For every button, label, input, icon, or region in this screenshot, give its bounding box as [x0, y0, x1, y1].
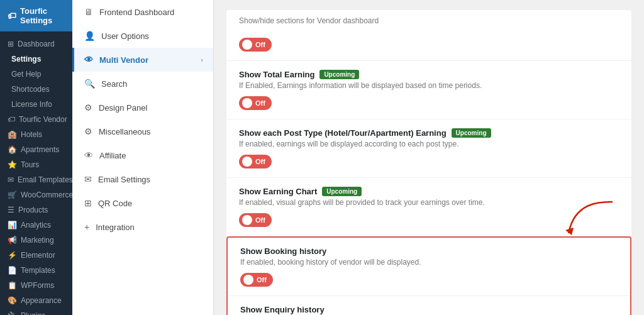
- content-card: Show/hide sections for Vendor dashboard …: [226, 10, 631, 315]
- middle-item-label: Design Panel: [99, 103, 147, 113]
- sidebar-nav: ⊞DashboardSettingsGet HelpShortcodesLice…: [0, 31, 72, 315]
- top-description: Show/hide sections for Vendor dashboard: [226, 10, 631, 29]
- sidebar-item-shortcodes[interactable]: Shortcodes: [0, 82, 72, 97]
- setting-row-enquiry_history: Show Enquiry history If enabled, enquiry…: [228, 296, 630, 315]
- sidebar-item-label: Tourfic Vendor: [19, 115, 67, 124]
- sidebar-item-apartments[interactable]: 🏠Apartments: [0, 142, 72, 157]
- middle-item-miscellaneous[interactable]: ⚙ Miscellaneous: [72, 119, 213, 143]
- middle-item-multi-vendor[interactable]: 👁 Multi Vendor ›: [72, 48, 213, 72]
- middle-item-email-settings[interactable]: ✉ Email Settings: [72, 167, 213, 191]
- sidebar-item-email-templates[interactable]: ✉Email Templates: [0, 172, 72, 187]
- toggle-label-booking_history: Off: [257, 276, 267, 284]
- sidebar-icon: 🏠: [8, 145, 17, 154]
- sidebar-item-license-info[interactable]: License Info: [0, 97, 72, 112]
- middle-item-label: QR Code: [98, 199, 132, 208]
- toggle-vendor: Off: [239, 38, 619, 52]
- sidebar-header[interactable]: 🏷 Tourfic Settings: [0, 0, 72, 31]
- sidebar-icon: 📊: [8, 221, 17, 229]
- middle-item-search[interactable]: 🔍 Search: [72, 72, 213, 96]
- setting-title-total_earning: Show Total Earning Upcoming: [239, 70, 619, 79]
- sidebar-title: Tourfic Settings: [20, 6, 65, 25]
- setting-desc-total_earning: If Enabled, Earnings information will be…: [239, 81, 619, 90]
- setting-row-post_type_earning: Show each Post Type (Hotel/Tour/Apartmen…: [226, 119, 631, 178]
- middle-item-user-options[interactable]: 👤 User Options: [72, 24, 213, 48]
- sidebar-item-label: Elementor: [21, 251, 55, 260]
- middle-item-left: ✉ Email Settings: [84, 174, 150, 184]
- sidebar-item-hotels[interactable]: 🏨Hotels: [0, 127, 72, 142]
- sidebar-item-label: Apartments: [21, 145, 59, 154]
- sidebar-item-label: Dashboard: [18, 40, 55, 48]
- sidebar-icon: 🎨: [8, 296, 17, 305]
- toggle-booking_history[interactable]: Off: [240, 273, 273, 287]
- setting-desc-booking_history: If enabled, booking history of vendor wi…: [240, 258, 618, 267]
- sidebar-item-appearance[interactable]: 🎨Appearance: [0, 293, 72, 308]
- badge-upcoming-earning_chart: Upcoming: [322, 187, 362, 196]
- toggle-earning_chart[interactable]: Off: [239, 213, 272, 227]
- sidebar-item-label: WPForms: [21, 281, 54, 290]
- middle-item-qr-code[interactable]: ⊞ QR Code: [72, 191, 213, 215]
- toggle-button-vendor[interactable]: Off: [239, 38, 272, 52]
- highlighted-section: Show Booking history If enabled, booking…: [226, 236, 631, 315]
- sidebar-item-tourfic-vendor[interactable]: 🏷Tourfic Vendor: [0, 112, 72, 127]
- middle-item-label: Integration: [96, 223, 134, 232]
- middle-item-left: ⊞ QR Code: [84, 198, 132, 208]
- sidebar-item-label: Analytics: [21, 221, 51, 229]
- middle-item-label: Search: [101, 79, 127, 89]
- middle-icon: 👁: [84, 150, 93, 160]
- middle-icon: ✉: [84, 174, 92, 184]
- middle-item-label: Multi Vendor: [99, 55, 148, 65]
- sidebar-icon: 📄: [8, 266, 17, 275]
- setting-row-earning_chart: Show Earning Chart Upcoming If enabled, …: [226, 178, 631, 236]
- toggle-wrap-earning_chart: Off: [239, 213, 619, 227]
- toggle-post_type_earning[interactable]: Off: [239, 155, 272, 169]
- sidebar-item-label: Email Templates: [18, 175, 72, 184]
- logo-icon: 🏷: [8, 11, 16, 21]
- middle-item-design-panel[interactable]: ⚙ Design Panel: [72, 96, 213, 119]
- sidebar-item-elementor[interactable]: ⚡Elementor: [0, 248, 72, 263]
- middle-icon: 🖥: [84, 7, 93, 17]
- sidebar-item-plugins[interactable]: 🔌Plugins: [0, 308, 72, 315]
- sidebar-icon: 🔌: [8, 311, 17, 315]
- toggle-wrap-total_earning: Off: [239, 96, 619, 110]
- toggle-circle-total_earning: [242, 98, 252, 108]
- setting-row-vendor-toggle: Off: [226, 29, 631, 61]
- sidebar-icon: 🛒: [8, 191, 17, 199]
- sidebar-item-tours[interactable]: ⭐Tours: [0, 157, 72, 172]
- middle-item-left: ⚙ Miscellaneous: [84, 126, 150, 136]
- sidebar-item-products[interactable]: ☰Products: [0, 202, 72, 218]
- sidebar-item-woocommerce[interactable]: 🛒WooCommerce: [0, 187, 72, 202]
- middle-item-integration[interactable]: + Integration: [72, 215, 213, 239]
- sidebar-icon: ⭐: [8, 160, 17, 169]
- setting-row-total_earning: Show Total Earning Upcoming If Enabled, …: [226, 61, 631, 119]
- sidebar-item-label: Shortcodes: [11, 85, 50, 94]
- sidebar-item-dashboard[interactable]: ⊞Dashboard: [0, 36, 72, 52]
- setting-desc-post_type_earning: If enabled, earnings will be displayed a…: [239, 140, 619, 148]
- chevron-right-icon: ›: [201, 56, 203, 64]
- middle-item-left: + Integration: [84, 222, 135, 232]
- middle-item-label: Affiliate: [99, 151, 126, 160]
- toggle-label-vendor: Off: [255, 41, 265, 48]
- sidebar-item-analytics[interactable]: 📊Analytics: [0, 218, 72, 233]
- sidebar-item-settings[interactable]: Settings: [0, 52, 72, 67]
- sidebar-item-label: Marketing: [21, 236, 54, 245]
- toggle-label-earning_chart: Off: [255, 216, 265, 224]
- sidebar-item-wpforms[interactable]: 📋WPForms: [0, 278, 72, 293]
- middle-item-label: User Options: [101, 31, 149, 41]
- middle-item-affiliate[interactable]: 👁 Affiliate: [72, 143, 213, 167]
- sidebar-icon: ⚡: [8, 251, 17, 260]
- sidebar-item-marketing[interactable]: 📢Marketing: [0, 233, 72, 248]
- toggle-label-total_earning: Off: [255, 99, 265, 107]
- toggle-total_earning[interactable]: Off: [239, 96, 272, 110]
- middle-item-frontend-dashboard[interactable]: 🖥 Frontend Dashboard: [72, 0, 213, 24]
- sidebar-icon: ⊞: [8, 40, 14, 48]
- sidebar-icon: ✉: [8, 175, 14, 184]
- sidebar-item-get-help[interactable]: Get Help: [0, 67, 72, 82]
- middle-icon: +: [84, 222, 89, 232]
- sidebar-item-label: Get Help: [11, 70, 41, 79]
- middle-item-left: 🔍 Search: [84, 79, 127, 89]
- toggle-circle: [242, 40, 252, 50]
- sidebar-item-label: Templates: [21, 266, 55, 275]
- setting-desc-earning_chart: If enabled, visual graphs will be provid…: [239, 198, 619, 207]
- highlight-box: Show Booking history If enabled, booking…: [226, 236, 631, 315]
- sidebar-item-templates[interactable]: 📄Templates: [0, 263, 72, 278]
